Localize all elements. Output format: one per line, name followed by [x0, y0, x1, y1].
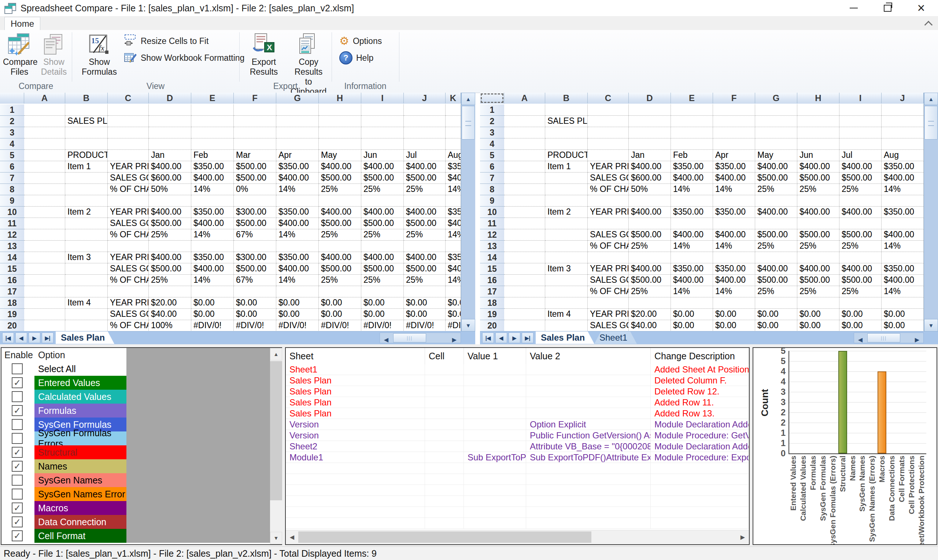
left-cell-A19[interactable] [24, 309, 65, 320]
results-cell-description[interactable]: Module Procedure: ExportToPDF [651, 452, 749, 463]
right-cell-B10[interactable]: Item 2 [545, 206, 588, 218]
right-cell-E3[interactable] [671, 127, 713, 138]
results-cell-sheet[interactable]: Version [286, 430, 425, 441]
results-hscroll-thumb[interactable] [298, 531, 591, 543]
right-sheet-nav-first-button[interactable]: |◀ [482, 332, 494, 343]
right-cell-D20[interactable]: $40.00 [629, 320, 671, 331]
results-cell-sheet[interactable]: Sheet1 [286, 364, 425, 375]
right-cell-I10[interactable]: $400.00 [839, 206, 882, 218]
left-cell-F11[interactable]: $500.00 [234, 218, 276, 229]
right-cell-D10[interactable]: $400.00 [629, 206, 671, 218]
right-cell-A17[interactable] [504, 286, 545, 297]
right-cell-F13[interactable]: 14% [713, 241, 755, 252]
left-cell-G18[interactable]: $0.00 [276, 297, 319, 309]
option-label[interactable]: Select All [34, 362, 126, 376]
left-cell-H9[interactable] [319, 195, 361, 206]
left-cell-K18[interactable]: $0.0 [445, 297, 461, 309]
left-cell-D3[interactable] [149, 127, 191, 138]
right-cell-E14[interactable] [671, 252, 713, 263]
right-row-header-13[interactable]: 13 [480, 241, 505, 252]
left-cell-D18[interactable]: $20.00 [149, 297, 191, 309]
right-cell-G4[interactable] [755, 138, 797, 150]
results-cell-description[interactable]: Deleted Row 12. [651, 386, 749, 397]
checkbox-calculated-values[interactable] [12, 391, 23, 402]
results-row[interactable]: Sheet2Attribute VB_Base = "0{00020820-0.… [286, 441, 749, 452]
right-cell-J20[interactable]: $0.00 [882, 320, 924, 331]
right-cell-B17[interactable] [545, 286, 588, 297]
left-cell-A1[interactable] [24, 105, 65, 116]
right-cell-F1[interactable] [713, 105, 755, 116]
left-cell-D1[interactable] [149, 105, 191, 116]
results-cell-description[interactable]: Module Declaration Added. [651, 441, 749, 452]
left-cell-C2[interactable] [108, 116, 149, 127]
left-row-header-16[interactable]: 16 [0, 275, 25, 286]
right-cell-I4[interactable] [839, 138, 882, 150]
option-label[interactable]: Data Connection [34, 515, 126, 529]
right-cell-E13[interactable]: 14% [671, 241, 713, 252]
left-cell-E16[interactable]: 14% [191, 275, 234, 286]
left-cell-J7[interactable]: $500.00 [404, 172, 445, 184]
show-workbook-formatting-button[interactable]: Show Workbook Formatting [124, 51, 244, 65]
left-cell-I5[interactable]: Jun [361, 150, 404, 161]
right-cell-H18[interactable] [797, 297, 839, 309]
left-row-header-10[interactable]: 10 [0, 206, 25, 218]
left-column-header-I[interactable]: I [361, 93, 404, 104]
left-cell-A15[interactable] [24, 263, 65, 275]
left-cell-C17[interactable] [108, 286, 149, 297]
left-cell-D17[interactable] [149, 286, 191, 297]
left-cell-H1[interactable] [319, 105, 361, 116]
left-cell-H4[interactable] [319, 138, 361, 150]
right-row-header-2[interactable]: 2 [480, 116, 505, 127]
left-select-all-corner[interactable] [0, 93, 24, 104]
left-cell-A7[interactable] [24, 172, 65, 184]
left-cell-D7[interactable]: $600.00 [149, 172, 191, 184]
left-cell-C10[interactable]: YEAR PRIO [108, 206, 149, 218]
left-cell-I6[interactable]: $400.00 [361, 161, 404, 172]
left-cell-J11[interactable]: $500.00 [404, 218, 445, 229]
right-cell-C13[interactable]: % OF CHA [588, 241, 629, 252]
option-label[interactable]: Cell Format [34, 529, 126, 543]
right-cell-E1[interactable] [671, 105, 713, 116]
right-cell-I18[interactable] [839, 297, 882, 309]
right-cell-C4[interactable] [588, 138, 629, 150]
right-cell-D8[interactable]: 50% [629, 184, 671, 195]
left-cell-F9[interactable] [234, 195, 276, 206]
left-cell-J19[interactable]: $0.00 [404, 309, 445, 320]
right-cell-B18[interactable] [545, 297, 588, 309]
left-cell-K20[interactable]: #DI [445, 320, 461, 331]
right-cell-G10[interactable]: $400.00 [755, 206, 797, 218]
right-row-header-17[interactable]: 17 [480, 286, 505, 297]
left-cell-B7[interactable] [65, 172, 108, 184]
right-cell-F10[interactable]: $350.00 [713, 206, 755, 218]
left-cell-D8[interactable]: 50% [149, 184, 191, 195]
results-cell-cell[interactable] [425, 441, 464, 452]
right-cell-H1[interactable] [797, 105, 839, 116]
left-cell-I11[interactable]: $500.00 [361, 218, 404, 229]
right-cell-J17[interactable]: 14% [882, 286, 924, 297]
results-cell-cell[interactable] [425, 408, 464, 419]
right-cell-B3[interactable] [545, 127, 588, 138]
right-cell-C12[interactable]: SALES GOA [588, 229, 629, 241]
left-cell-E1[interactable] [191, 105, 234, 116]
right-cell-J1[interactable] [882, 105, 924, 116]
option-row-macros[interactable]: ✓Macros [2, 501, 270, 515]
option-label[interactable]: SysGen Names [34, 473, 126, 487]
right-cell-F6[interactable]: $350.00 [713, 161, 755, 172]
left-cell-E10[interactable]: $350.00 [191, 206, 234, 218]
right-cell-F19[interactable]: $0.00 [713, 309, 755, 320]
left-cell-G6[interactable]: $350.00 [276, 161, 319, 172]
right-cell-B4[interactable] [545, 138, 588, 150]
left-cell-H13[interactable] [319, 241, 361, 252]
left-cell-A2[interactable] [24, 116, 65, 127]
results-cell-value1[interactable] [464, 430, 526, 441]
right-cell-D17[interactable]: 25% [629, 286, 671, 297]
left-cell-A3[interactable] [24, 127, 65, 138]
option-label[interactable]: Structural [34, 445, 126, 459]
right-cell-J19[interactable]: $0.00 [882, 309, 924, 320]
left-cell-J3[interactable] [404, 127, 445, 138]
left-cell-H20[interactable]: #DIV/0! [319, 320, 361, 331]
left-cell-C9[interactable] [108, 195, 149, 206]
left-cell-D13[interactable] [149, 241, 191, 252]
left-cell-E13[interactable] [191, 241, 234, 252]
right-cell-A9[interactable] [504, 195, 545, 206]
